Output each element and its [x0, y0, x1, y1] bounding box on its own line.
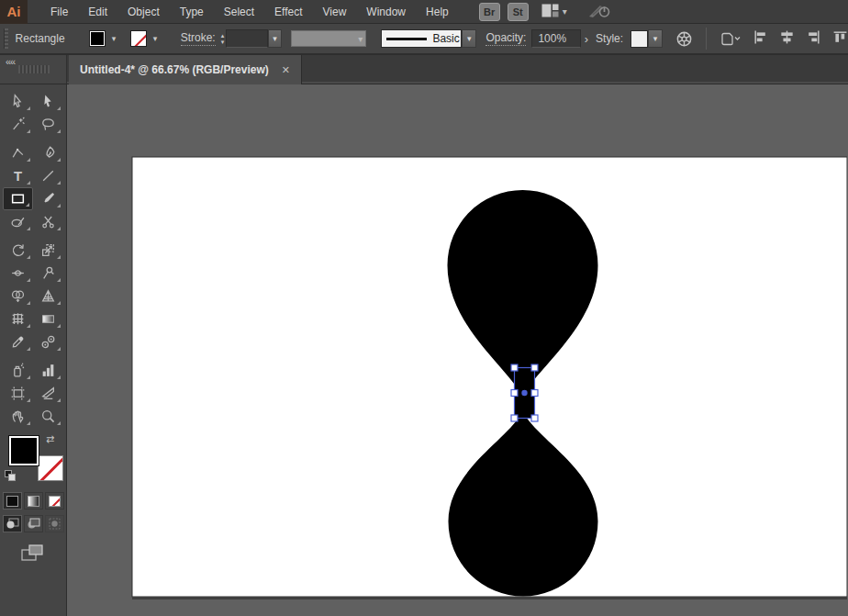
stroke-weight-field[interactable] — [226, 29, 268, 48]
stroke-weight-stepper[interactable]: ▴ ▾ — [221, 29, 225, 48]
align-center-icon[interactable] — [779, 29, 795, 48]
opacity-arrow-icon[interactable]: › — [585, 32, 588, 46]
fill-indicator[interactable] — [8, 435, 39, 466]
draw-normal-icon[interactable] — [3, 515, 22, 532]
gradient-tool[interactable] — [33, 308, 63, 330]
pen-tool[interactable] — [33, 141, 63, 164]
collapse-panel-icon[interactable]: «« — [6, 56, 15, 67]
graphic-style-select[interactable]: Style: ▾ — [596, 29, 663, 48]
shaper-tool[interactable] — [3, 210, 33, 233]
menu-select[interactable]: Select — [214, 0, 264, 24]
none-button[interactable] — [45, 492, 64, 510]
control-bar-separator — [706, 28, 707, 50]
brush-chevron-icon[interactable]: ▾ — [462, 29, 476, 48]
artboard-tool[interactable] — [3, 382, 33, 405]
handle-mid-left[interactable] — [511, 390, 518, 397]
stroke-chevron-icon[interactable]: ▾ — [149, 30, 162, 47]
menu-edit[interactable]: Edit — [78, 0, 117, 24]
document-tab[interactable]: Untitled-4* @ 66.67% (RGB/Preview) ✕ — [69, 55, 302, 84]
scale-tool[interactable] — [33, 239, 63, 262]
brush-preview[interactable]: Basic — [381, 29, 462, 48]
menu-view[interactable]: View — [313, 0, 357, 24]
menu-window[interactable]: Window — [356, 0, 416, 24]
swap-fill-stroke-icon[interactable]: ⇄ — [46, 433, 54, 445]
line-segment-tool[interactable] — [33, 164, 63, 187]
column-graph-tool[interactable] — [33, 359, 63, 382]
fill-chevron-icon[interactable]: ▾ — [107, 30, 121, 47]
stock-button[interactable]: St — [508, 3, 529, 21]
stepper-up-icon[interactable]: ▴ — [221, 32, 225, 39]
default-fill-stroke-icon[interactable] — [5, 470, 17, 482]
type-tool[interactable]: T — [3, 164, 33, 187]
draw-behind-icon[interactable] — [24, 515, 43, 532]
handle-top-left[interactable] — [511, 364, 518, 371]
change-screen-mode-icon[interactable] — [0, 543, 66, 564]
menu-type[interactable]: Type — [170, 0, 214, 24]
bridge-button[interactable]: Br — [479, 3, 500, 21]
menu-help[interactable]: Help — [416, 0, 459, 24]
handle-bottom-right[interactable] — [531, 415, 538, 421]
toolbar-grip[interactable] — [18, 65, 50, 73]
mesh-tool[interactable] — [3, 308, 33, 330]
stepper-down-icon[interactable]: ▾ — [221, 39, 225, 45]
variable-width-profile-select: ▾ — [291, 30, 367, 47]
stroke-weight-chevron-icon[interactable]: ▾ — [268, 29, 282, 48]
gradient-button[interactable] — [24, 492, 43, 510]
lasso-tool[interactable] — [33, 113, 63, 136]
canvas-area[interactable] — [67, 84, 848, 616]
slice-tool[interactable] — [33, 382, 63, 405]
handle-top-right[interactable] — [531, 364, 538, 371]
color-mode-buttons — [0, 492, 66, 510]
selection-tool[interactable] — [3, 90, 33, 113]
rectangle-tool[interactable] — [3, 187, 33, 210]
paintbrush-tool[interactable] — [33, 187, 63, 210]
opacity-field[interactable]: 100% — [531, 29, 580, 48]
puppet-warp-tool[interactable] — [33, 262, 63, 285]
hand-tool[interactable] — [3, 405, 33, 428]
align-left-icon[interactable] — [753, 29, 768, 48]
direct-selection-tool[interactable] — [33, 90, 63, 113]
stroke-indicator-none[interactable] — [38, 455, 63, 481]
align-top-icon[interactable] — [832, 29, 848, 48]
handle-bottom-left[interactable] — [511, 415, 518, 421]
tab-strip: «« Untitled-4* @ 66.67% (RGB/Preview) ✕ — [0, 55, 848, 84]
document-tab-title: Untitled-4* @ 66.67% (RGB/Preview) — [80, 63, 269, 76]
brush-definition-select[interactable]: Basic ▾ — [381, 29, 476, 48]
menu-items: FileEditObjectTypeSelectEffectViewWindow… — [40, 0, 459, 24]
shape-builder-tool[interactable] — [3, 285, 33, 308]
color-button[interactable] — [3, 492, 22, 510]
rotate-tool[interactable] — [3, 239, 33, 262]
workspace-switcher-icon[interactable] — [541, 4, 559, 20]
zoom-tool[interactable] — [33, 405, 63, 428]
menu-file[interactable]: File — [40, 0, 78, 24]
panel-grip[interactable] — [4, 28, 8, 49]
width-tool[interactable] — [3, 262, 33, 285]
blend-tool[interactable] — [33, 330, 63, 353]
menu-effect[interactable]: Effect — [264, 0, 312, 24]
profile-chevron-icon: ▾ — [358, 34, 363, 44]
fill-color-control[interactable]: ▾ — [89, 30, 121, 47]
opacity-label[interactable]: Opacity: — [485, 31, 526, 46]
curvature-tool[interactable] — [3, 141, 33, 164]
close-tab-icon[interactable]: ✕ — [282, 64, 290, 76]
style-swatch[interactable] — [630, 30, 648, 48]
document-setup-icon[interactable] — [720, 30, 742, 48]
scissors-tool[interactable] — [33, 210, 63, 233]
stroke-none-swatch[interactable] — [130, 30, 147, 47]
perspective-grid-tool[interactable] — [33, 285, 63, 308]
symbol-sprayer-tool[interactable] — [3, 359, 33, 382]
magic-wand-tool[interactable] — [3, 113, 33, 136]
align-right-icon[interactable] — [806, 29, 821, 48]
selection-center-point[interactable] — [521, 390, 527, 396]
stroke-weight-label[interactable]: Stroke: — [181, 31, 216, 46]
fill-swatch[interactable] — [89, 30, 106, 47]
recolor-artwork-icon[interactable] — [675, 30, 693, 48]
stroke-color-control[interactable]: ▾ — [130, 30, 162, 47]
eyedropper-tool[interactable] — [3, 330, 33, 353]
menu-quick-actions: Br St ▾ — [479, 2, 611, 21]
style-chevron-icon[interactable]: ▾ — [648, 29, 663, 48]
handle-mid-right[interactable] — [531, 390, 538, 397]
menu-object[interactable]: Object — [117, 0, 170, 24]
share-disabled-icon — [587, 2, 611, 21]
chevron-down-icon[interactable]: ▾ — [563, 6, 567, 17]
